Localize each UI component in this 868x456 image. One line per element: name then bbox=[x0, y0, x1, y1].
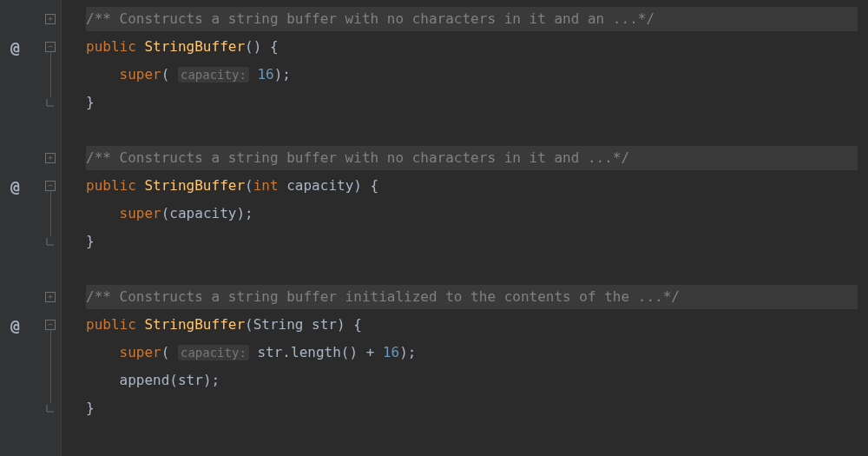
override-icon[interactable]: @ bbox=[10, 38, 20, 56]
code-line: } bbox=[86, 228, 95, 255]
editor-code-area[interactable]: /** Constructs a string buffer with no c… bbox=[62, 0, 868, 456]
fold-collapse-icon[interactable]: − bbox=[45, 42, 56, 52]
parameter-hint: capacity: bbox=[178, 345, 249, 360]
gutter-row: @− bbox=[0, 33, 61, 61]
fold-end-icon[interactable] bbox=[45, 403, 56, 413]
code-line: public StringBuffer() { bbox=[86, 33, 279, 61]
editor-gutter: +@−+@−+@− bbox=[0, 0, 62, 456]
fold-collapse-icon[interactable]: − bbox=[45, 320, 56, 330]
override-icon[interactable]: @ bbox=[10, 177, 20, 195]
gutter-row bbox=[0, 228, 61, 255]
override-icon[interactable]: @ bbox=[10, 316, 20, 334]
code-line: append(str); bbox=[86, 367, 220, 394]
fold-expand-icon[interactable]: + bbox=[45, 14, 56, 24]
code-line: public StringBuffer(int capacity) { bbox=[86, 172, 378, 200]
code-line: public StringBuffer(String str) { bbox=[86, 311, 362, 339]
gutter-row bbox=[0, 89, 61, 116]
folded-doc-comment[interactable]: /** Constructs a string buffer initializ… bbox=[86, 283, 680, 311]
code-line: } bbox=[86, 394, 95, 422]
gutter-row: + bbox=[0, 144, 61, 172]
code-editor: +@−+@−+@− /** Constructs a string buffer… bbox=[0, 0, 868, 456]
code-line: super(capacity); bbox=[86, 200, 253, 228]
gutter-row: + bbox=[0, 5, 61, 33]
folded-doc-comment[interactable]: /** Constructs a string buffer with no c… bbox=[86, 144, 629, 172]
fold-expand-icon[interactable]: + bbox=[45, 153, 56, 163]
parameter-hint: capacity: bbox=[178, 67, 249, 83]
code-line: } bbox=[86, 89, 95, 116]
gutter-row bbox=[0, 394, 61, 422]
fold-collapse-icon[interactable]: − bbox=[45, 181, 56, 191]
fold-end-icon[interactable] bbox=[45, 97, 56, 108]
gutter-row: + bbox=[0, 283, 61, 311]
fold-guide-line bbox=[50, 330, 51, 403]
fold-end-icon[interactable] bbox=[45, 236, 56, 247]
fold-expand-icon[interactable]: + bbox=[45, 292, 56, 302]
code-line: super( capacity: 16); bbox=[86, 61, 291, 89]
code-line: super( capacity: str.length() + 16); bbox=[86, 339, 417, 367]
gutter-row: @− bbox=[0, 172, 61, 200]
gutter-row: @− bbox=[0, 311, 61, 339]
folded-doc-comment[interactable]: /** Constructs a string buffer with no c… bbox=[86, 5, 654, 33]
